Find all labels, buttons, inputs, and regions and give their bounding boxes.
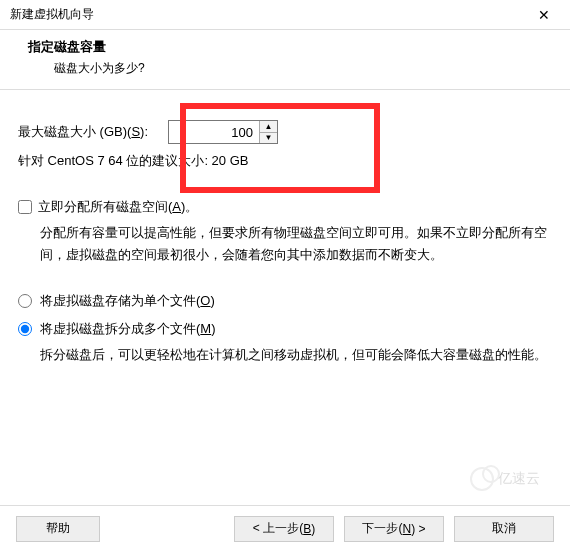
multi-file-radio[interactable] xyxy=(18,322,32,336)
spinner-down-button[interactable]: ▼ xyxy=(260,133,277,144)
disk-size-spinner: ▲ ▼ xyxy=(168,120,278,144)
single-file-radio[interactable] xyxy=(18,294,32,308)
split-radio-group: 将虚拟磁盘存储为单个文件(O) 将虚拟磁盘拆分成多个文件(M) 拆分磁盘后，可以… xyxy=(18,292,552,366)
cancel-button[interactable]: 取消 xyxy=(454,516,554,542)
disk-size-input[interactable] xyxy=(169,121,259,143)
spinner-buttons: ▲ ▼ xyxy=(259,121,277,143)
spinner-up-button[interactable]: ▲ xyxy=(260,121,277,133)
allocate-now-label: 立即分配所有磁盘空间(A)。 xyxy=(38,198,198,216)
watermark-text: 亿速云 xyxy=(498,470,540,488)
allocate-now-row: 立即分配所有磁盘空间(A)。 xyxy=(18,198,552,216)
next-button[interactable]: 下一步(N) > xyxy=(344,516,444,542)
single-file-label: 将虚拟磁盘存储为单个文件(O) xyxy=(40,292,215,310)
single-file-row: 将虚拟磁盘存储为单个文件(O) xyxy=(18,292,552,310)
wizard-header: 指定磁盘容量 磁盘大小为多少? xyxy=(0,30,570,90)
page-title: 指定磁盘容量 xyxy=(28,38,542,56)
disk-size-row: 最大磁盘大小 (GB)(S): ▲ ▼ xyxy=(18,120,552,144)
wizard-content: 最大磁盘大小 (GB)(S): ▲ ▼ 针对 CentOS 7 64 位的建议大… xyxy=(0,90,570,376)
titlebar: 新建虚拟机向导 ✕ xyxy=(0,0,570,30)
watermark-icon xyxy=(470,467,494,491)
page-subtitle: 磁盘大小为多少? xyxy=(54,60,542,77)
multi-file-label: 将虚拟磁盘拆分成多个文件(M) xyxy=(40,320,216,338)
help-button[interactable]: 帮助 xyxy=(16,516,100,542)
split-desc: 拆分磁盘后，可以更轻松地在计算机之间移动虚拟机，但可能会降低大容量磁盘的性能。 xyxy=(40,344,552,366)
close-icon: ✕ xyxy=(538,7,550,23)
back-button[interactable]: < 上一步(B) xyxy=(234,516,334,542)
multi-file-row: 将虚拟磁盘拆分成多个文件(M) xyxy=(18,320,552,338)
allocate-desc: 分配所有容量可以提高性能，但要求所有物理磁盘空间立即可用。如果不立即分配所有空间… xyxy=(40,222,552,266)
button-bar: 帮助 < 上一步(B) 下一步(N) > 取消 xyxy=(0,505,570,551)
close-button[interactable]: ✕ xyxy=(524,1,564,29)
disk-size-label: 最大磁盘大小 (GB)(S): xyxy=(18,123,148,141)
recommended-size: 针对 CentOS 7 64 位的建议大小: 20 GB xyxy=(18,152,552,170)
watermark: 亿速云 xyxy=(470,467,540,491)
allocate-now-checkbox[interactable] xyxy=(18,200,32,214)
window-title: 新建虚拟机向导 xyxy=(10,6,94,23)
